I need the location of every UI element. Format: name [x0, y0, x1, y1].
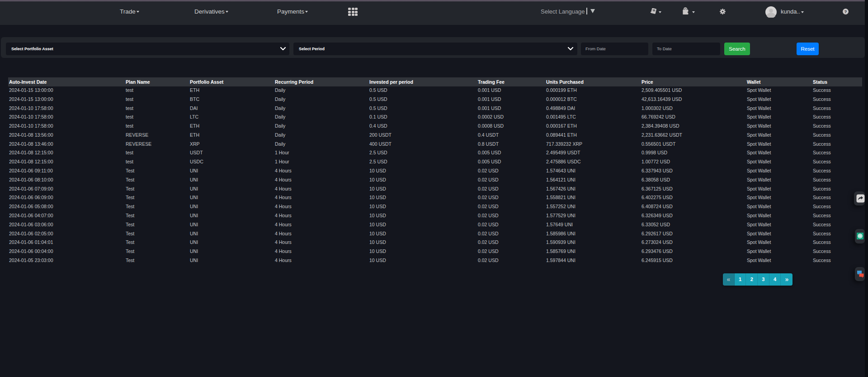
svg-text:?: ? [844, 9, 847, 14]
